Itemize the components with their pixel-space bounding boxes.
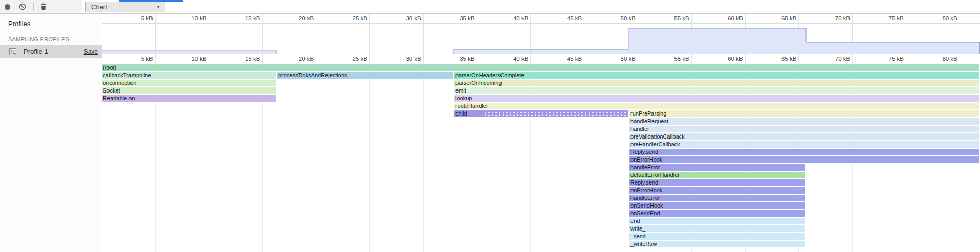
svg-text:%: %	[13, 52, 16, 56]
axis-tick-label: 50 kB	[602, 56, 636, 62]
flame-frame-prevalidationcallback[interactable]: preValidationCallback	[629, 133, 979, 140]
flame-frame-end[interactable]: end	[629, 218, 805, 224]
flame-frame-readable-on[interactable]: Readable.on	[102, 95, 276, 102]
flame-frame-onerrorhook[interactable]: onErrorHook	[629, 187, 805, 194]
flame-frame-reply-send[interactable]: Reply.send	[629, 179, 805, 186]
axis-tick-label: 50 kB	[602, 15, 636, 21]
sidebar-title: Profiles	[8, 20, 30, 28]
axis-tick-label: 15 kB	[226, 56, 260, 62]
axis-tick-label: 20 kB	[280, 56, 314, 62]
flame-frame-routehandler[interactable]: routeHandler	[454, 103, 979, 109]
toolbar-left-section	[0, 0, 82, 13]
flame-frame-onconnection[interactable]: onconnection	[102, 80, 276, 86]
flame-frame-write[interactable]: write_	[629, 225, 805, 232]
axis-tick-label: 80 kB	[924, 15, 957, 21]
flame-frame-child[interactable]: child	[454, 110, 628, 117]
sidebar-item-profile-1[interactable]: % Profile 1 Save	[0, 45, 102, 58]
view-mode-select[interactable]: Chart ▼	[85, 2, 165, 12]
trash-icon[interactable]	[39, 3, 48, 11]
toolbar-divider	[33, 3, 34, 11]
overview-area	[102, 28, 980, 54]
flame-frame-onerrorhook[interactable]: onErrorHook	[629, 156, 979, 163]
axis-tick-label: 70 kB	[816, 56, 850, 62]
sidebar: Profiles SAMPLING PROFILES % Profile 1 S…	[0, 14, 102, 252]
axis-bottom: 5 kB10 kB15 kB20 kB25 kB30 kB35 kB40 kB4…	[102, 54, 980, 64]
axis-tick-label: 5 kB	[119, 56, 153, 62]
axis-tick-label: 40 kB	[494, 56, 528, 62]
axis-tick-label: 75 kB	[870, 15, 904, 21]
flame-frame-onsendend[interactable]: onSendEnd	[629, 210, 805, 217]
flame-frame-handleerror[interactable]: handleError	[629, 164, 805, 171]
flame-graph: (root)callbackTrampolineprocessTicksAndR…	[102, 64, 980, 252]
axis-tick-label: 30 kB	[387, 56, 421, 62]
flame-frame-parseronincoming[interactable]: parserOnIncoming	[454, 80, 979, 86]
flame-frame-processticksandrejections[interactable]: processTicksAndRejections	[277, 72, 453, 79]
flame-frame-parseronheaderscomplete[interactable]: parserOnHeadersComplete	[454, 72, 979, 79]
flame-frame-callbacktrampoline[interactable]: callbackTrampoline	[102, 72, 276, 79]
axis-tick-label: 45 kB	[548, 56, 582, 62]
memory-overview[interactable]	[102, 24, 980, 54]
axis-tick-label: 60 kB	[709, 15, 743, 21]
axis-tick-label: 75 kB	[870, 56, 904, 62]
axis-tick-label: 35 kB	[441, 15, 475, 21]
axis-tick-label: 70 kB	[816, 15, 850, 21]
flame-frame-emit[interactable]: emit	[454, 87, 979, 94]
axis-tick-label: 35 kB	[441, 56, 475, 62]
axis-tick-label: 65 kB	[763, 56, 796, 62]
flame-frame-defaulterrorhandler[interactable]: defaultErrorHandler	[629, 172, 805, 178]
flame-frame-socket[interactable]: Socket	[102, 87, 276, 94]
axis-tick-label: 25 kB	[334, 15, 367, 21]
axis-tick-label: 80 kB	[924, 56, 957, 62]
chevron-down-icon: ▼	[156, 5, 165, 9]
flame-frame-root[interactable]: (root)	[102, 64, 979, 71]
sidebar-section-heading: SAMPLING PROFILES	[8, 36, 69, 42]
flame-frame-send[interactable]: _send	[629, 233, 805, 240]
axis-tick-label: 25 kB	[334, 56, 367, 62]
flame-frame-reply-send[interactable]: Reply.send	[629, 149, 979, 155]
axis-tick-label: 55 kB	[656, 15, 689, 21]
toolbar: Chart ▼	[0, 0, 980, 14]
axis-tick-label: 30 kB	[387, 15, 421, 21]
axis-top: 5 kB10 kB15 kB20 kB25 kB30 kB35 kB40 kB4…	[102, 14, 980, 24]
axis-tick-label: 15 kB	[226, 15, 260, 21]
flame-frame-runpreparsing[interactable]: runPreParsing	[629, 110, 979, 117]
flame-frame-handlerequest[interactable]: handleRequest	[629, 118, 979, 125]
axis-tick-label: 45 kB	[548, 15, 582, 21]
axis-tick-label: 60 kB	[709, 56, 743, 62]
save-profile-link[interactable]: Save	[84, 48, 98, 55]
axis-tick-label: 55 kB	[656, 56, 689, 62]
flame-frame-writeraw[interactable]: _writeRaw	[629, 241, 805, 247]
axis-tick-label: 40 kB	[494, 15, 528, 21]
axis-tick-label: 5 kB	[119, 15, 153, 21]
flame-frame-onsendhook[interactable]: onSendHook	[629, 202, 805, 209]
profile-name: Profile 1	[24, 48, 84, 55]
axis-tick-label: 10 kB	[173, 15, 207, 21]
profiler-panel: Chart ▼ Profiles SAMPLING PROFILES % Pro…	[0, 0, 980, 252]
flame-frame-lookup[interactable]: lookup	[454, 95, 979, 102]
axis-tick-label: 10 kB	[173, 56, 207, 62]
axis-tick-label: 65 kB	[763, 15, 796, 21]
flame-frame-prehandlercallback[interactable]: preHandlerCallback	[629, 141, 979, 148]
flame-chart-pane: 5 kB10 kB15 kB20 kB25 kB30 kB35 kB40 kB4…	[102, 14, 980, 252]
clear-all-icon[interactable]	[18, 3, 27, 11]
axis-tick-label: 20 kB	[280, 15, 314, 21]
view-mode-value: Chart	[86, 3, 156, 11]
flame-frame-handleerror[interactable]: handleError	[629, 195, 805, 201]
profile-table-icon: %	[9, 48, 17, 56]
flame-frame-handler[interactable]: handler	[629, 126, 979, 132]
record-icon[interactable]	[5, 4, 10, 10]
